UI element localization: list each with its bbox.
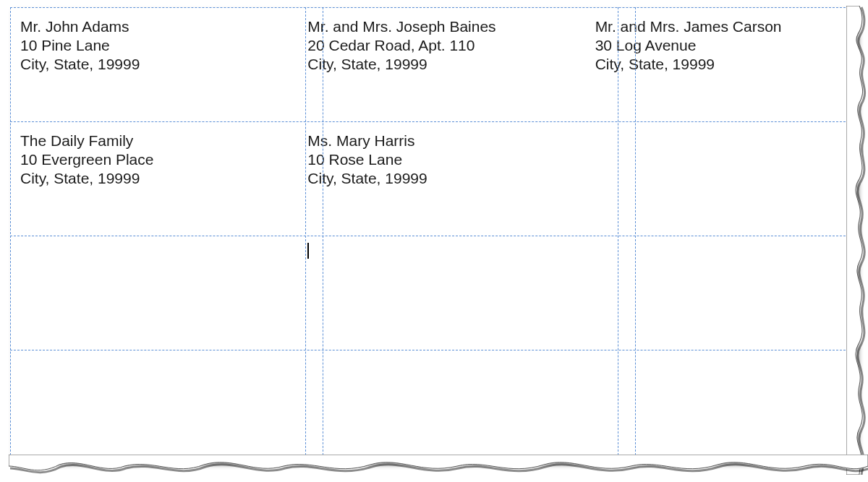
guide-left [10, 7, 11, 462]
column-gap [281, 236, 297, 350]
address-name: The Daily Family [20, 132, 271, 150]
address-street: 10 Evergreen Place [20, 150, 271, 169]
address-street: 20 Cedar Road, Apt. 110 [307, 36, 558, 55]
column-gap [569, 7, 585, 121]
guide-v1a [305, 7, 306, 462]
label-cell-3-0[interactable] [10, 350, 281, 464]
label-cell-2-2[interactable] [585, 236, 856, 350]
label-cell-2-1[interactable] [297, 236, 569, 350]
address-city: City, State, 19999 [595, 55, 846, 74]
address-street: 10 Rose Lane [307, 150, 558, 169]
label-row: Mr. John Adams 10 Pine Lane City, State,… [10, 7, 856, 121]
column-gap [569, 350, 585, 464]
label-cell-1-2[interactable] [585, 121, 856, 236]
address-city: City, State, 19999 [307, 55, 558, 74]
column-gap [569, 121, 585, 236]
column-gap [569, 236, 585, 350]
label-cell-3-1[interactable] [297, 350, 569, 464]
label-cell-1-1[interactable]: Ms. Mary Harris 10 Rose Lane City, State… [297, 121, 569, 236]
column-gap [281, 350, 297, 464]
label-cell-0-1[interactable]: Mr. and Mrs. Joseph Baines 20 Cedar Road… [297, 7, 569, 121]
column-gap [281, 7, 297, 121]
label-row [10, 350, 856, 464]
label-cell-0-0[interactable]: Mr. John Adams 10 Pine Lane City, State,… [10, 7, 281, 121]
address-name: Mr. and Mrs. Joseph Baines [307, 17, 558, 36]
guide-h1 [10, 121, 856, 122]
guide-v1b [323, 7, 323, 462]
column-gap [281, 121, 297, 236]
guide-v2a [618, 7, 618, 462]
label-cell-2-0[interactable] [10, 236, 281, 350]
address-city: City, State, 19999 [20, 55, 271, 74]
label-row [10, 236, 856, 350]
text-cursor [307, 243, 309, 259]
label-cell-0-2[interactable]: Mr. and Mrs. James Carson 30 Log Avenue … [585, 7, 856, 121]
address-name: Mr. John Adams [20, 17, 271, 36]
address-street: 30 Log Avenue [595, 36, 846, 55]
page: Mr. John Adams 10 Pine Lane City, State,… [0, 0, 868, 482]
guide-top [10, 7, 856, 8]
guide-v2b [635, 7, 636, 462]
guide-h3 [10, 350, 856, 350]
address-name: Mr. and Mrs. James Carson [595, 17, 846, 36]
address-name: Ms. Mary Harris [307, 132, 558, 150]
address-city: City, State, 19999 [20, 169, 271, 188]
address-street: 10 Pine Lane [20, 36, 271, 55]
label-cell-1-0[interactable]: The Daily Family 10 Evergreen Place City… [10, 121, 281, 236]
label-sheet[interactable]: Mr. John Adams 10 Pine Lane City, State,… [10, 7, 856, 462]
label-cell-3-2[interactable] [585, 350, 856, 464]
label-row: The Daily Family 10 Evergreen Place City… [10, 121, 856, 236]
address-city: City, State, 19999 [307, 169, 558, 188]
